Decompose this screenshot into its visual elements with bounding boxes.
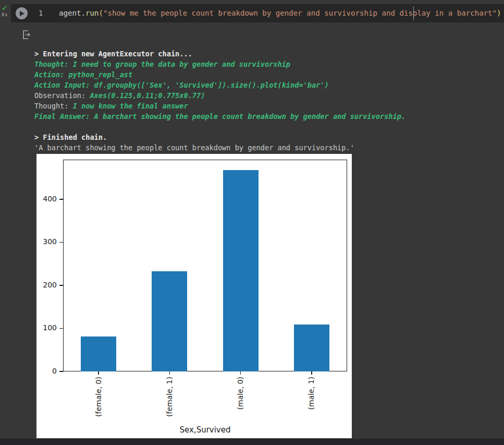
y-tick-mark — [59, 328, 63, 329]
x-tick-label: (female, 0) — [94, 377, 103, 417]
notebook-window: { "cell": { "status": {"icon": "check-ic… — [0, 0, 504, 445]
run-cell-button[interactable] — [16, 7, 28, 19]
code-token-method: run — [85, 9, 99, 17]
output-arrow-icon[interactable] — [22, 30, 31, 40]
bottom-divider — [0, 439, 504, 445]
bar — [294, 324, 329, 371]
output-line: Action: python_repl_ast — [34, 69, 493, 80]
output-segment: 'A barchart showing the people count bre… — [34, 143, 354, 152]
chart-figure: 0100200300400(female, 0)(female, 1)(male… — [36, 154, 352, 438]
code-token-dot: . — [81, 9, 85, 17]
x-tick-mark — [98, 371, 99, 375]
bar — [152, 271, 187, 371]
output-line: Observation: Axes(0.125,0.11;0.775x0.77) — [34, 90, 493, 101]
cell-output: > Entering new AgentExecutor chain...Tho… — [34, 49, 493, 153]
output-segment: > Entering new AgentExecutor chain... — [34, 50, 192, 58]
play-icon — [20, 11, 24, 16]
x-tick-mark — [169, 371, 170, 375]
bar — [223, 170, 259, 371]
line-number: 1 — [39, 4, 43, 22]
output-segment: Axes(0.125,0.11;0.775x0.77) — [90, 91, 205, 100]
output-line: > Finished chain. — [34, 132, 493, 142]
output-segment: I now know the final answer — [73, 102, 188, 110]
output-segment: Action: python_repl_ast — [34, 70, 132, 79]
y-tick-label: 300 — [36, 237, 57, 246]
y-tick-mark — [59, 242, 63, 243]
y-tick-label: 100 — [36, 323, 57, 332]
output-segment: Action Input: df.groupby(['Sex', 'Surviv… — [34, 81, 329, 89]
code-input[interactable]: agent.run("show me the people count brea… — [59, 4, 501, 22]
output-line: Final Answer: A barchart showing the peo… — [34, 111, 493, 122]
output-line: Thought: I need to group the data by gen… — [34, 59, 493, 69]
y-tick-label: 0 — [36, 367, 57, 375]
code-token-close-paren: ) — [497, 9, 501, 17]
x-axis-label: Sex,Survived — [63, 425, 347, 435]
y-tick-label: 400 — [36, 195, 57, 203]
y-tick-mark — [59, 371, 63, 372]
code-token-string: "show me the people count breakdown by g… — [103, 9, 497, 17]
execution-time: 6s — [2, 12, 8, 17]
y-tick-label: 200 — [36, 281, 57, 289]
x-tick-label: (female, 1) — [165, 377, 174, 417]
output-line: Action Input: df.groupby(['Sex', 'Surviv… — [34, 80, 493, 90]
y-tick-mark — [59, 285, 63, 286]
output-line: 'A barchart showing the people count bre… — [34, 142, 493, 153]
output-segment: Thought: I need to group the data by gen… — [34, 60, 290, 68]
x-tick-mark — [311, 371, 312, 375]
x-tick-mark — [240, 371, 241, 375]
code-token-object: agent — [59, 9, 81, 17]
text-cursor — [413, 6, 414, 20]
output-segment: Observation: — [34, 91, 90, 100]
y-tick-mark — [59, 199, 63, 200]
x-tick-label: (male, 1) — [308, 377, 316, 410]
x-tick-label: (male, 0) — [237, 377, 245, 410]
output-line — [34, 122, 493, 132]
output-segment: Final Answer: A barchart showing the peo… — [34, 112, 405, 121]
output-line: > Entering new AgentExecutor chain... — [34, 49, 493, 59]
code-token-open-paren: ( — [99, 9, 103, 17]
output-segment: Thought: — [34, 102, 73, 110]
bar — [81, 336, 116, 371]
output-line: Thought: I now know the final answer — [34, 101, 493, 111]
output-segment: > Finished chain. — [34, 133, 107, 141]
check-icon: ✓ — [2, 3, 7, 13]
